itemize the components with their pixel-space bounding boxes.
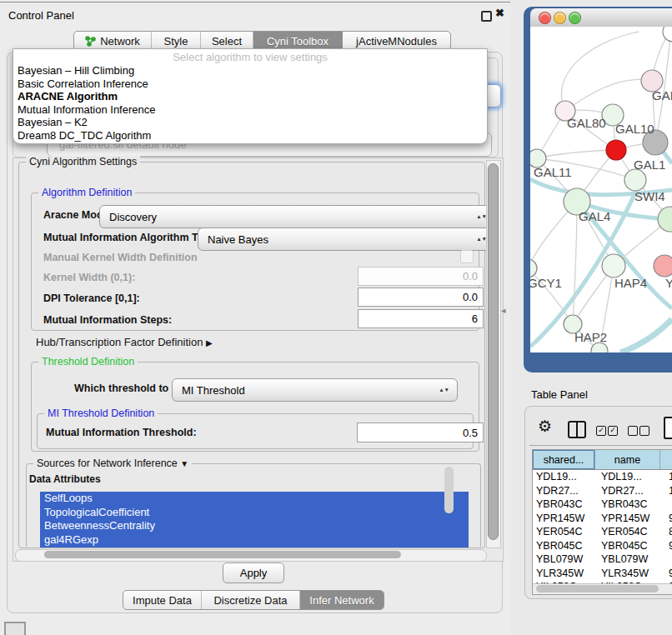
node-salmon[interactable]: [654, 255, 672, 277]
mi-steps-field[interactable]: 6: [358, 309, 484, 328]
attribute-item-topologicalcoefficient[interactable]: TopologicalCoefficient: [40, 506, 469, 520]
table-horizontal-scrollbar[interactable]: [533, 583, 672, 594]
attribute-list-scrollbar[interactable]: [444, 467, 454, 513]
tab-network[interactable]: Network: [74, 32, 152, 50]
table-row[interactable]: YDL19...YDL19...13: [533, 470, 672, 484]
minimize-traffic-light[interactable]: [554, 12, 566, 24]
attribute-item-betweennesscentrality[interactable]: BetweennessCentrality: [40, 519, 469, 533]
mi-threshold-value: 0.5: [463, 427, 478, 439]
table-cell: 9.: [665, 567, 672, 581]
table-cell: 8.: [665, 525, 672, 539]
tab-select[interactable]: Select: [201, 32, 253, 50]
tab-cyni-toolbox[interactable]: Cyni Toolbox: [253, 32, 343, 50]
dropdown-item-aracne-algorithm[interactable]: ARACNE Algorithm: [13, 90, 487, 103]
combo-arrows-icon: ▲▼: [439, 388, 449, 392]
dropdown-item-bayesian-k2[interactable]: Bayesian – K2: [13, 116, 487, 129]
table-row[interactable]: YBR043CYBR043C: [533, 498, 672, 512]
manual-kernel-checkbox[interactable]: [460, 250, 474, 263]
float-window-icon[interactable]: [481, 11, 492, 22]
table-cell: YBL079W: [533, 552, 598, 567]
which-threshold-combo[interactable]: MI Threshold ▲▼: [172, 378, 458, 402]
algorithm-definition-group: Algorithm Definition Aracne Mode: Discov…: [31, 192, 479, 331]
tab-style[interactable]: Style: [152, 32, 201, 50]
sources-group-title: Sources for Network Inference ▼: [33, 458, 192, 469]
node-gcy1[interactable]: [530, 259, 537, 278]
sources-group: Sources for Network Inference ▼ Data Att…: [26, 463, 481, 547]
table-header-row: shared...nameA: [533, 450, 672, 470]
tab-jactivemnodules[interactable]: jActiveMNodules: [343, 32, 450, 50]
bottom-tab-bar: Impute DataDiscretize DataInfer Network: [123, 590, 384, 610]
gear-icon[interactable]: ⚙: [538, 417, 552, 436]
cyni-algorithm-settings-title: Cyni Algorithm Settings: [26, 156, 140, 168]
mi-type-combo[interactable]: Naive Bayes ▲▼: [198, 228, 495, 251]
dropdown-item-bayesian-hill-climbing[interactable]: Bayesian – Hill Climbing: [13, 64, 487, 78]
node-gal1-red[interactable]: [606, 140, 626, 160]
dropdown-item-mutual-information-inference[interactable]: Mutual Information Inference: [13, 103, 487, 117]
expand-right-icon[interactable]: ▶: [206, 338, 213, 348]
dropdown-item-basic-correlation-inference[interactable]: Basic Correlation Inference: [13, 78, 487, 91]
vertical-scroll-thumb[interactable]: [488, 163, 499, 540]
node-top-partial[interactable]: [663, 27, 672, 42]
node-hap4[interactable]: [602, 254, 625, 278]
select-all-checkbox-icon[interactable]: ✓: [596, 426, 606, 436]
table-cell: YPR145W: [598, 512, 665, 526]
data-attributes-list[interactable]: SelfLoopsTopologicalCoefficientBetweenne…: [40, 492, 469, 548]
tab-discretize-data[interactable]: Discretize Data: [202, 591, 300, 609]
attribute-item-selfloops[interactable]: SelfLoops: [40, 492, 469, 506]
mi-threshold-field[interactable]: 0.5: [357, 422, 484, 442]
threshold-definition-title: Threshold Definition: [38, 356, 138, 368]
table-row[interactable]: YPR145WYPR145W9.: [533, 512, 672, 526]
dpi-tolerance-label: DPI Tolerance [0,1]:: [43, 292, 140, 304]
close-traffic-light[interactable]: [539, 12, 551, 24]
node-label-gal10: GAL10: [615, 122, 654, 136]
settings-vertical-scrollbar[interactable]: [486, 160, 501, 548]
apply-button[interactable]: Apply: [223, 562, 284, 583]
which-threshold-value: MI Threshold: [182, 384, 245, 397]
select-all-checkbox-icon[interactable]: ✓: [608, 426, 618, 436]
mi-threshold-group: MI Threshold Definition Mutual Informati…: [37, 413, 474, 449]
node-label-swi4: SWI4: [634, 189, 665, 203]
table-row[interactable]: YER054CYER054C8.: [533, 525, 672, 539]
tab-impute-data[interactable]: Impute Data: [123, 591, 202, 609]
collapse-down-icon[interactable]: ▼: [180, 459, 188, 468]
network-window-titlebar[interactable]: [530, 8, 672, 28]
algorithm-dropdown-prompt: Select algorithm to view settings: [13, 49, 487, 64]
table-row[interactable]: YBR045CYBR045C9.: [533, 539, 672, 553]
table-row[interactable]: YBL079WYBL079W: [533, 552, 672, 567]
settings-scroll-area: Cyni Algorithm Settings Algorithm Defini…: [13, 158, 504, 562]
table-row[interactable]: YLR345WYLR345W9.: [533, 567, 672, 581]
docked-window-icon[interactable]: [4, 622, 26, 635]
table-scroll-thumb[interactable]: [536, 585, 659, 592]
columns-icon[interactable]: [568, 421, 586, 438]
close-icon[interactable]: ✖: [495, 7, 504, 19]
export-table-icon[interactable]: [664, 417, 672, 439]
app-root: Control Panel ✖ NetworkStyleSelectCyni T…: [0, 0, 672, 635]
deselect-all-checkbox-icon[interactable]: [628, 426, 638, 436]
column-header-name[interactable]: name: [595, 450, 660, 469]
table-cell: 9.: [665, 512, 672, 526]
settings-horizontal-scrollbar[interactable]: [15, 549, 487, 562]
attribute-item-gal4rgexp[interactable]: gal4RGexp: [40, 533, 469, 548]
column-header-shared[interactable]: shared...: [533, 450, 595, 469]
horizontal-scroll-thumb[interactable]: [44, 551, 401, 558]
aracne-mode-combo[interactable]: Discovery ▲▼: [99, 205, 495, 228]
table-cell: YDL19...: [598, 470, 665, 484]
hub-definition-label[interactable]: Hub/Transcription Factor Definition ▶: [36, 336, 213, 348]
column-header-a[interactable]: A: [660, 450, 672, 469]
deselect-all-checkbox-icon[interactable]: [639, 426, 649, 436]
dpi-tolerance-field[interactable]: 0.0: [358, 288, 484, 307]
tab-infer-network[interactable]: Infer Network: [300, 591, 384, 609]
table-row[interactable]: YDR27...YDR27...12: [533, 484, 672, 498]
node-swi4[interactable]: [624, 169, 646, 191]
zoom-traffic-light[interactable]: [569, 12, 581, 24]
panel-splitter-arrow[interactable]: ◂: [501, 305, 506, 316]
kernel-width-field[interactable]: 0.0: [358, 267, 484, 286]
network-canvas[interactable]: GALGAL80GAL10GAL1GAL11SWI4GAL4GCY1HAP4YH…: [530, 27, 672, 352]
dropdown-item-dream8-dc-tdc-algorithm[interactable]: Dream8 DC_TDC Algorithm: [13, 129, 487, 142]
node-label-gal4: GAL4: [579, 209, 610, 223]
mi-type-value: Naive Bayes: [208, 233, 268, 246]
table-cell: YBR045C: [598, 539, 665, 553]
sources-title-text: Sources for Network Inference: [37, 458, 178, 469]
algorithm-dropdown-items: Bayesian – Hill ClimbingBasic Correlatio…: [13, 64, 487, 142]
table-cell: YDR27...: [533, 484, 598, 498]
